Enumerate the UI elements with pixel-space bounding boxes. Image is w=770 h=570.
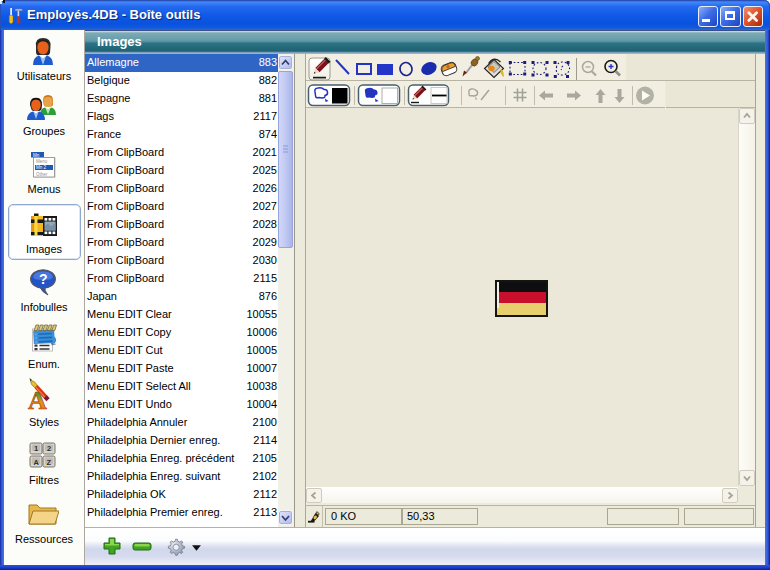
svg-text:A: A <box>33 458 39 467</box>
svg-text:1: 1 <box>34 444 38 453</box>
svg-text:Menu: Menu <box>36 159 48 164</box>
svg-text:2: 2 <box>47 444 51 453</box>
svg-text:Mn 2: Mn 2 <box>36 165 47 170</box>
svg-text:Other: Other <box>36 172 48 177</box>
svg-text:?: ? <box>39 271 48 287</box>
svg-text:Mn: Mn <box>33 153 40 158</box>
svg-text:Z: Z <box>47 458 52 467</box>
